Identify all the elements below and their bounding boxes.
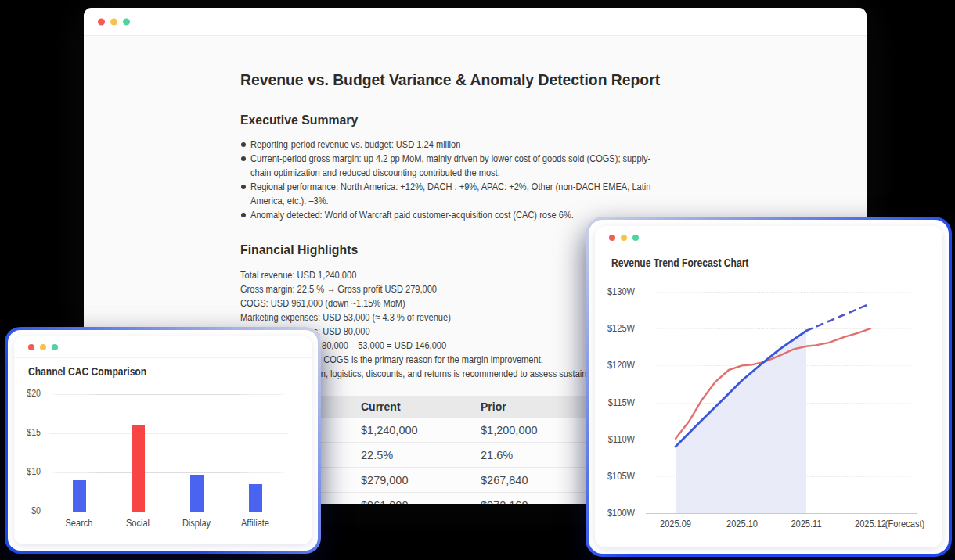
cac-window: Channel CAC Comparison $20$15$10$0Search… [14,336,312,544]
bullet-icon [241,156,246,161]
forecast-x-tick-label: 2025.10 [715,518,769,529]
report-title: Revenue vs. Budget Variance & Anomaly De… [240,70,660,89]
maximize-button[interactable] [123,18,130,25]
cac-window-frame: Channel CAC Comparison $20$15$10$0Search… [5,327,321,554]
exec-bullet-line: Reporting-period revenue vs. budget: USD… [250,138,460,150]
financial-highlights-heading: Financial Highlights [240,242,358,258]
cac-category-label: Social [114,517,161,529]
close-button[interactable] [98,18,105,25]
exec-summary-heading: Executive Summary [240,113,358,128]
exec-bullet-line: Anomaly detected: World of Warcraft paid… [250,209,574,221]
cac-chart: $20$15$10$0SearchSocialDisplayAffiliate [14,336,312,544]
forecast-window: Revenue Trend Forecast Chart $130W$125W$… [595,226,942,547]
financial-line: COGS: USD 961,000 (down ~1.15% MoM) [240,297,405,309]
financial-line: Marketing expenses: USD 53,000 (≈ 4.3 % … [240,311,451,323]
exec-bullet-line: Regional performance: North America: +12… [250,181,650,192]
table-cell: 22.5% [350,449,470,461]
forecast-plot-svg [595,226,942,547]
table-cell: $1,240,000 [350,424,470,436]
cac-gridline [49,394,288,395]
cac-gridline [49,433,288,434]
table-header-cell: Current [350,400,470,413]
financial-line: Gross margin: 22.5 % → Gross profit USD … [240,283,437,295]
table-cell: $279,000 [350,474,470,486]
forecast-chart: $130W$125W$120W$115W$110W$105W$100W2025.… [595,226,942,547]
cac-category-label: Display [173,517,220,529]
cac-bar [190,475,204,512]
forecast-x-suffix-label: (Forecast) [878,518,932,529]
bullet-icon [241,142,246,147]
forecast-x-tick-label: 2025.11 [780,518,833,529]
cac-category-label: Search [56,517,103,529]
forecast-window-frame: Revenue Trend Forecast Chart $130W$125W$… [586,217,952,557]
financial-line: Total revenue: USD 1,240,000 [240,269,356,281]
cac-y-tick-label: $20 [18,388,41,399]
table-cell: $961,000 [350,499,470,504]
cac-x-axis [49,512,288,512]
cac-bar [73,480,86,512]
bullet-icon [241,213,246,217]
cac-y-tick-label: $10 [18,466,41,477]
cac-bar [249,484,262,512]
report-titlebar[interactable] [84,8,867,36]
forecast-area-fill [676,331,806,513]
bullet-icon [241,185,246,189]
forecast-series-forecast-extension [806,303,870,331]
minimize-button[interactable] [110,18,117,25]
cac-category-label: Affiliate [232,517,279,529]
cac-gridline [49,472,288,473]
cac-bar [132,425,145,512]
exec-bullet-line: Current-period gross margin: up 4.2 pp M… [250,153,650,164]
cac-y-tick-label: $0 [18,505,41,516]
exec-bullet-line: chain optimization and reduced discounti… [250,167,500,178]
exec-bullet-line: America, etc.): –3%. [250,195,329,206]
forecast-x-tick-label: 2025.09 [649,518,702,529]
cac-y-tick-label: $15 [18,427,41,438]
